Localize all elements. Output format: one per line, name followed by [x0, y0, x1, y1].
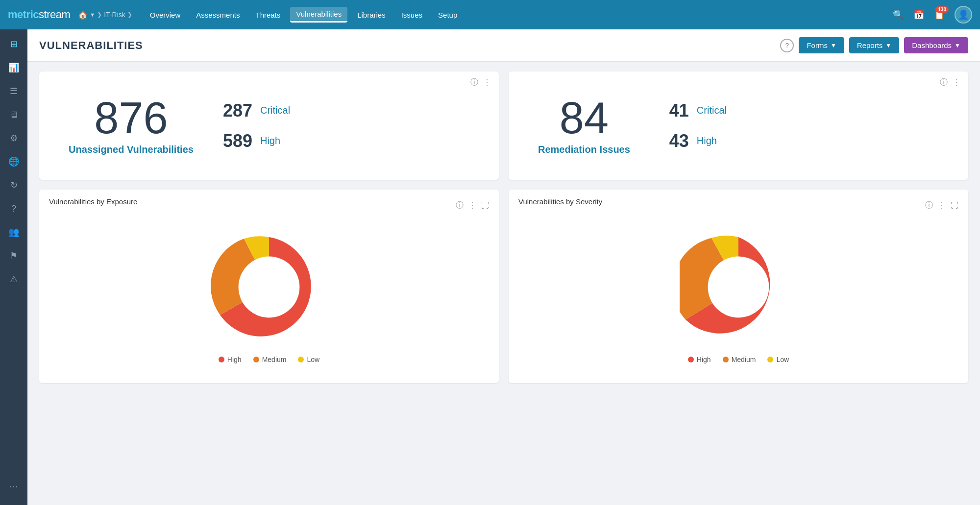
exposure-chart-header: Vulnerabilities by Exposure ⓘ ⋮ ⛶: [49, 197, 489, 214]
main-content: VULNERABILITIES ? Forms ▼ Reports ▼ Dash…: [27, 29, 980, 505]
nav-link-vulnerabilities[interactable]: Vulnerabilities: [290, 7, 347, 23]
sidebar-icon-refresh[interactable]: ↻: [3, 174, 24, 196]
remediation-high-count: 43: [660, 131, 689, 151]
unassigned-critical-label: Critical: [260, 105, 290, 116]
sidebar-icon-globe[interactable]: 🌐: [3, 151, 24, 172]
severity-medium-label: Medium: [732, 356, 756, 363]
exposure-menu-icon[interactable]: ⋮: [468, 201, 476, 210]
unassigned-high-item: 589 High: [223, 131, 290, 151]
widget-menu-icon2[interactable]: ⋮: [953, 78, 960, 87]
severity-help-icon[interactable]: ⓘ: [925, 200, 933, 211]
severity-legend-medium: Medium: [723, 356, 756, 363]
sidebar-icon-monitor[interactable]: 🖥: [3, 104, 24, 125]
remediation-critical-item: 41 Critical: [660, 100, 727, 121]
forms-chevron-icon: ▼: [831, 42, 836, 49]
sidebar-icon-flag[interactable]: ⚑: [3, 245, 24, 266]
severity-chart-card: Vulnerabilities by Severity ⓘ ⋮ ⛶: [509, 190, 968, 383]
nav-right: 🔍 📅 📋 130 👤: [893, 6, 972, 24]
severity-donut-svg: [680, 228, 797, 346]
remediation-label: Remediation Issues: [538, 144, 630, 155]
calendar-icon[interactable]: 📅: [913, 9, 924, 20]
sidebar-icon-help[interactable]: ?: [3, 198, 24, 219]
breadcrumb: 🏠 ▼ ❯ IT-Risk ❯: [78, 10, 132, 20]
severity-low-label: Low: [776, 356, 789, 363]
sidebar-icon-list[interactable]: ☰: [3, 80, 24, 102]
remediation-high-label: High: [697, 135, 717, 146]
remediation-critical-label: Critical: [697, 105, 727, 116]
remediation-breakdown: 41 Critical 43 High: [660, 100, 727, 151]
unassigned-vulnerabilities-widget: ⓘ ⋮ 876 Unassigned Vulnerabilities 287 C…: [39, 72, 499, 180]
severity-donut-container: High Medium Low: [518, 218, 958, 373]
exposure-chart-card: Vulnerabilities by Exposure ⓘ ⋮ ⛶: [39, 190, 499, 383]
exposure-high-label: High: [227, 356, 242, 363]
exposure-legend: High Medium Low: [219, 356, 319, 363]
exposure-legend-medium: Medium: [253, 356, 287, 363]
sidebar-icon-users[interactable]: 👥: [3, 221, 24, 243]
unassigned-breakdown: 287 Critical 589 High: [223, 100, 290, 151]
logo[interactable]: metricstream: [8, 8, 70, 21]
severity-high-label: High: [697, 356, 711, 363]
nav-link-issues[interactable]: Issues: [395, 8, 428, 22]
page-help-icon[interactable]: ?: [780, 39, 794, 52]
user-avatar[interactable]: 👤: [955, 6, 972, 24]
severity-expand-icon[interactable]: ⛶: [951, 201, 958, 210]
unassigned-number: 876: [69, 96, 194, 140]
exposure-low-label: Low: [307, 356, 319, 363]
nav-link-overview[interactable]: Overview: [144, 8, 187, 22]
page-header: VULNERABILITIES ? Forms ▼ Reports ▼ Dash…: [27, 29, 980, 62]
forms-button[interactable]: Forms ▼: [799, 37, 844, 53]
breadcrumb-separator: ❯: [97, 11, 102, 18]
unassigned-stats: 876 Unassigned Vulnerabilities 287 Criti…: [49, 81, 489, 170]
remediation-high-item: 43 High: [660, 131, 727, 151]
unassigned-high-label: High: [260, 135, 280, 146]
unassigned-critical-count: 287: [223, 100, 252, 121]
reports-button[interactable]: Reports ▼: [849, 37, 899, 53]
severity-legend: High Medium Low: [688, 356, 789, 363]
nav-link-assessments[interactable]: Assessments: [190, 8, 245, 22]
sidebar-icon-more[interactable]: ⋯: [3, 476, 24, 497]
widget-help-icon[interactable]: ⓘ: [470, 77, 478, 88]
severity-chart-title: Vulnerabilities by Severity: [518, 197, 602, 206]
dashboards-button[interactable]: Dashboards ▼: [904, 37, 968, 53]
nav-link-threats[interactable]: Threats: [249, 8, 286, 22]
top-navigation: metricstream 🏠 ▼ ❯ IT-Risk ❯ Overview As…: [0, 0, 980, 29]
reports-chevron-icon: ▼: [885, 42, 891, 49]
severity-high-dot: [688, 357, 694, 362]
breadcrumb-separator2: ❯: [127, 11, 132, 18]
breadcrumb-dropdown-icon[interactable]: ▼: [90, 12, 95, 18]
widget-help-icon2[interactable]: ⓘ: [940, 77, 948, 88]
notifications-icon[interactable]: 📋 130: [934, 9, 945, 20]
stats-row: ⓘ ⋮ 876 Unassigned Vulnerabilities 287 C…: [39, 72, 968, 180]
unassigned-label: Unassigned Vulnerabilities: [69, 144, 194, 155]
exposure-expand-icon[interactable]: ⛶: [481, 201, 489, 210]
header-actions: ? Forms ▼ Reports ▼ Dashboards ▼: [780, 37, 968, 53]
page-title: VULNERABILITIES: [39, 39, 143, 52]
nav-link-setup[interactable]: Setup: [432, 8, 463, 22]
unassigned-high-count: 589: [223, 131, 252, 151]
exposure-help-icon[interactable]: ⓘ: [456, 200, 464, 211]
widget-header-remediation: ⓘ ⋮: [940, 77, 960, 88]
remediation-main-stat: 84 Remediation Issues: [538, 96, 630, 155]
sidebar-icon-home[interactable]: ⊞: [3, 33, 24, 55]
notifications-badge: 130: [935, 6, 949, 13]
breadcrumb-section: IT-Risk: [104, 11, 125, 19]
exposure-low-dot: [298, 357, 304, 362]
remediation-critical-count: 41: [660, 100, 689, 121]
widget-header-unassigned: ⓘ ⋮: [470, 77, 491, 88]
sidebar-icon-settings[interactable]: ⚙: [3, 127, 24, 149]
home-icon[interactable]: 🏠: [78, 10, 88, 20]
severity-donut-hole: [708, 257, 769, 318]
unassigned-main-stat: 876 Unassigned Vulnerabilities: [69, 96, 194, 155]
sidebar-icon-warning[interactable]: ⚠: [3, 268, 24, 290]
exposure-legend-low: Low: [298, 356, 319, 363]
search-icon[interactable]: 🔍: [893, 9, 904, 20]
sidebar-icon-chart[interactable]: 📊: [3, 57, 24, 78]
severity-legend-high: High: [688, 356, 711, 363]
widget-menu-icon[interactable]: ⋮: [483, 78, 491, 87]
exposure-chart-icons: ⓘ ⋮ ⛶: [456, 200, 489, 211]
severity-menu-icon[interactable]: ⋮: [938, 201, 946, 210]
exposure-donut-hole: [239, 257, 300, 318]
severity-legend-low: Low: [767, 356, 789, 363]
nav-link-libraries[interactable]: Libraries: [351, 8, 392, 22]
exposure-medium-dot: [253, 357, 259, 362]
